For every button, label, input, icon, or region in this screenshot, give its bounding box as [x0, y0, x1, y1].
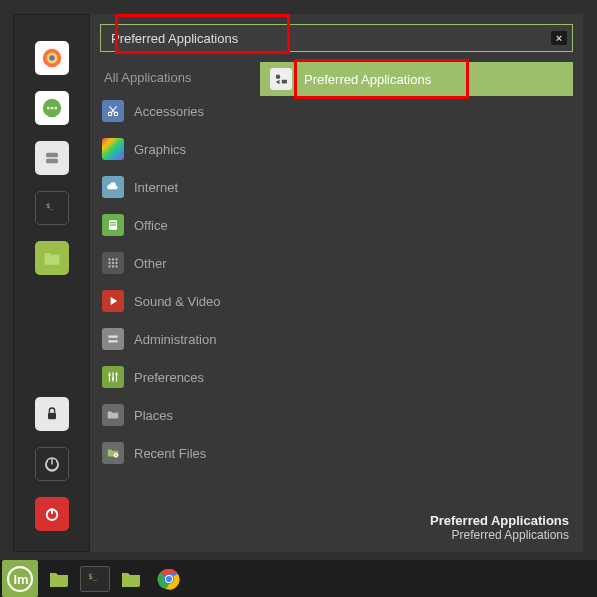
clear-search-icon[interactable]: [551, 31, 567, 45]
result-preferred-applications[interactable]: Preferred Applications: [260, 62, 573, 96]
recent-icon: [102, 442, 124, 464]
category-internet[interactable]: Internet: [98, 168, 260, 206]
files-icon[interactable]: [35, 241, 69, 275]
svg-point-37: [112, 378, 114, 380]
category-label: Preferences: [134, 370, 204, 385]
preferred-apps-icon: [270, 68, 292, 90]
result-label: Preferred Applications: [304, 72, 431, 87]
menu-main-area: All Applications Accessories Graphics In…: [90, 14, 583, 552]
svg-point-4: [46, 107, 49, 110]
shutdown-icon[interactable]: [35, 497, 69, 531]
search-input[interactable]: [100, 24, 573, 52]
taskbar-chrome-icon[interactable]: [152, 564, 186, 594]
category-label: Administration: [134, 332, 216, 347]
category-graphics[interactable]: Graphics: [98, 130, 260, 168]
admin-icon: [102, 328, 124, 350]
terminal-icon[interactable]: $_: [35, 191, 69, 225]
category-sound-video[interactable]: Sound & Video: [98, 282, 260, 320]
svg-point-22: [108, 258, 110, 260]
chat-icon[interactable]: [35, 91, 69, 125]
description-subtitle: Preferred Applications: [430, 528, 569, 542]
svg-point-30: [115, 265, 117, 267]
lock-icon[interactable]: [35, 397, 69, 431]
taskbar-files-icon[interactable]: [42, 564, 76, 594]
svg-point-12: [51, 463, 53, 465]
category-label: Other: [134, 256, 167, 271]
category-label: Sound & Video: [134, 294, 221, 309]
svg-rect-43: [282, 80, 287, 84]
taskbar: lm $_: [0, 560, 597, 597]
category-accessories[interactable]: Accessories: [98, 92, 260, 130]
svg-rect-42: [274, 72, 289, 87]
svg-point-23: [112, 258, 114, 260]
svg-text:$_: $_: [46, 202, 55, 210]
svg-point-29: [112, 265, 114, 267]
svg-rect-7: [46, 153, 58, 158]
svg-point-25: [108, 262, 110, 264]
category-label: Recent Files: [134, 446, 206, 461]
svg-point-28: [108, 265, 110, 267]
category-administration[interactable]: Administration: [98, 320, 260, 358]
svg-rect-21: [110, 224, 116, 225]
category-label: Office: [134, 218, 168, 233]
logout-icon[interactable]: [35, 447, 69, 481]
category-label: Places: [134, 408, 173, 423]
firefox-icon[interactable]: [35, 41, 69, 75]
grid-icon: [102, 252, 124, 274]
book-icon: [102, 214, 124, 236]
results-column: Preferred Applications: [260, 62, 583, 552]
category-label: Graphics: [134, 142, 186, 157]
svg-point-24: [115, 258, 117, 260]
taskbar-files2-icon[interactable]: [114, 564, 148, 594]
prefs-icon: [102, 366, 124, 388]
category-places[interactable]: Places: [98, 396, 260, 434]
categories-column: All Applications Accessories Graphics In…: [90, 62, 260, 552]
search-wrap: [100, 24, 573, 52]
software-manager-icon[interactable]: [35, 141, 69, 175]
svg-rect-32: [108, 340, 117, 342]
svg-rect-20: [110, 222, 116, 223]
svg-point-36: [108, 374, 110, 376]
svg-point-38: [115, 373, 117, 375]
svg-rect-10: [48, 413, 56, 420]
svg-point-50: [166, 576, 172, 582]
taskbar-terminal-icon[interactable]: $_: [80, 566, 110, 592]
category-label: Accessories: [134, 104, 204, 119]
folder-icon: [102, 404, 124, 426]
svg-text:lm: lm: [14, 572, 29, 587]
application-menu: $_ All Applications: [13, 14, 583, 552]
cloud-icon: [102, 176, 124, 198]
svg-text:$_: $_: [88, 572, 98, 581]
play-icon: [102, 290, 124, 312]
svg-point-5: [50, 107, 53, 110]
category-recent-files[interactable]: Recent Files: [98, 434, 260, 472]
description-area: Preferred Applications Preferred Applica…: [430, 513, 569, 542]
svg-point-26: [112, 262, 114, 264]
category-label: All Applications: [104, 70, 191, 85]
favorites-column: $_: [13, 14, 90, 552]
category-all-applications[interactable]: All Applications: [98, 62, 260, 92]
svg-rect-31: [108, 336, 117, 338]
svg-point-27: [115, 262, 117, 264]
svg-rect-8: [46, 159, 58, 164]
category-preferences[interactable]: Preferences: [98, 358, 260, 396]
category-label: Internet: [134, 180, 178, 195]
description-title: Preferred Applications: [430, 513, 569, 528]
category-office[interactable]: Office: [98, 206, 260, 244]
scissors-icon: [102, 100, 124, 122]
svg-point-6: [54, 107, 57, 110]
rainbow-icon: [102, 138, 124, 160]
mint-menu-icon[interactable]: lm: [2, 560, 38, 597]
svg-point-2: [49, 55, 55, 61]
category-other[interactable]: Other: [98, 244, 260, 282]
